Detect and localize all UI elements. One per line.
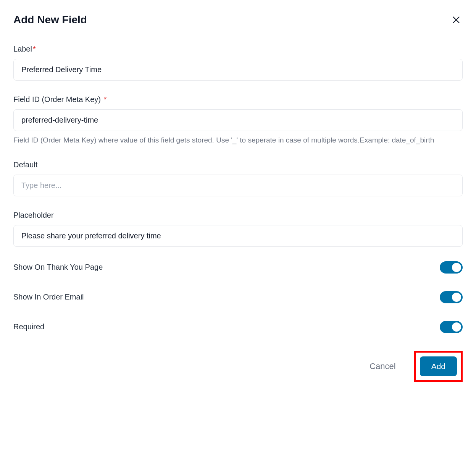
required-toggle[interactable] bbox=[440, 321, 463, 333]
add-button[interactable]: Add bbox=[420, 356, 457, 376]
cancel-button[interactable]: Cancel bbox=[368, 358, 397, 374]
placeholder-input[interactable] bbox=[13, 225, 463, 247]
add-button-highlight: Add bbox=[414, 351, 463, 382]
thank-you-toggle-label: Show On Thank You Page bbox=[13, 263, 103, 272]
field-id-label: Field ID (Order Meta Key) * bbox=[13, 95, 463, 104]
required-asterisk: * bbox=[33, 45, 36, 53]
field-id-help-text: Field ID (Order Meta Key) where value of… bbox=[13, 135, 463, 146]
order-email-toggle[interactable] bbox=[440, 291, 463, 303]
label-input[interactable] bbox=[13, 59, 463, 81]
label-text: Field ID (Order Meta Key) bbox=[13, 95, 101, 104]
toggle-knob bbox=[452, 322, 461, 332]
placeholder-field-label: Placeholder bbox=[13, 211, 463, 220]
toggle-knob bbox=[452, 293, 461, 302]
order-email-toggle-label: Show In Order Email bbox=[13, 293, 84, 301]
close-icon bbox=[451, 15, 461, 25]
required-asterisk: * bbox=[104, 95, 107, 104]
default-input[interactable] bbox=[13, 175, 463, 196]
label-field-label: Label* bbox=[13, 45, 463, 53]
field-id-input[interactable] bbox=[13, 109, 463, 131]
required-toggle-label: Required bbox=[13, 322, 44, 331]
label-text: Label bbox=[13, 45, 32, 53]
dialog-title: Add New Field bbox=[13, 14, 87, 26]
default-field-label: Default bbox=[13, 160, 463, 169]
toggle-knob bbox=[452, 263, 461, 272]
thank-you-toggle[interactable] bbox=[440, 261, 463, 274]
close-button[interactable] bbox=[450, 13, 463, 26]
